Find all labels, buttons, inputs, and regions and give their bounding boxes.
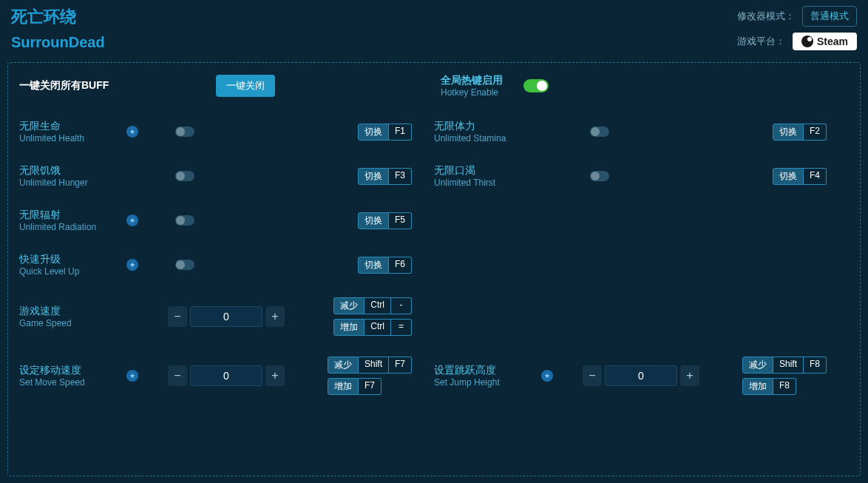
jumpheight-dec-hotkey[interactable]: 减少 Shift F8 [742,357,827,374]
gamespeed-label-cn: 游戏速度 [19,305,134,318]
movespeed-decrease-button[interactable]: − [168,365,187,386]
hunger-label-en: Unlimited Hunger [19,178,134,188]
steam-icon [801,36,813,47]
jumpheight-inc-hotkey[interactable]: 增加 F8 [742,378,827,395]
game-title-cn: 死亡环绕 [11,6,105,28]
movespeed-inc-hotkey[interactable]: 增加 F7 [328,378,412,395]
disable-all-button[interactable]: 一键关闭 [216,75,275,97]
game-title-en: SurrounDead [11,34,105,51]
gamespeed-value[interactable]: 0 [190,306,262,327]
hotkey-enable-cn: 全局热键启用 [441,74,503,87]
hotkey-enable-en: Hotkey Enable [441,87,503,98]
hunger-label-cn: 无限饥饿 [19,164,134,178]
platform-label: 游戏平台： [737,35,785,48]
health-label-en: Unlimited Health [19,133,134,143]
gamespeed-dec-hotkey[interactable]: 减少 Ctrl - [333,297,412,314]
hunger-hotkey[interactable]: 切换 F3 [358,168,412,185]
options-panel: 一键关闭所有BUFF 一键关闭 全局热键启用 Hotkey Enable 无限生… [7,62,861,476]
stamina-toggle[interactable] [590,126,609,137]
jumpheight-decrease-button[interactable]: − [583,365,602,386]
thirst-label-cn: 无限口渴 [434,164,549,178]
gamespeed-increase-button[interactable]: + [265,306,285,327]
jumpheight-value[interactable]: 0 [605,365,677,386]
jumpheight-increase-button[interactable]: + [680,365,699,386]
platform-value: Steam [817,36,848,47]
gamespeed-decrease-button[interactable]: − [168,306,187,327]
levelup-toggle[interactable] [175,260,194,270]
star-icon: ★ [126,370,138,382]
thirst-hotkey[interactable]: 切换 F4 [773,168,827,185]
movespeed-label-cn: 设定移动速度 [19,364,134,377]
movespeed-value[interactable]: 0 [190,365,262,386]
platform-steam-button[interactable]: Steam [793,33,857,50]
movespeed-label-en: Set Move Speed [19,377,134,388]
radiation-toggle[interactable] [175,215,194,226]
gamespeed-label-en: Game Speed [19,318,134,328]
star-icon: ★ [126,215,138,226]
health-toggle[interactable] [175,126,194,137]
mode-label: 修改器模式： [737,10,795,23]
thirst-toggle[interactable] [590,171,609,181]
thirst-label-en: Unlimited Thirst [434,178,549,188]
jumpheight-label-cn: 设置跳跃高度 [434,364,549,377]
star-icon: ★ [126,259,138,271]
levelup-label-en: Quick Level Up [19,266,134,277]
gamespeed-inc-hotkey[interactable]: 增加 Ctrl = [333,319,412,336]
stamina-label-en: Unlimited Stamina [434,133,549,143]
levelup-hotkey[interactable]: 切换 F6 [358,257,412,274]
movespeed-increase-button[interactable]: + [265,365,285,386]
hotkey-enable-toggle[interactable] [523,79,549,92]
stamina-label-cn: 无限体力 [434,120,549,133]
hunger-toggle[interactable] [175,171,194,181]
health-label-cn: 无限生命 [19,120,134,133]
mode-select-button[interactable]: 普通模式 [802,6,857,27]
disable-all-label: 一键关闭所有BUFF [19,79,109,92]
movespeed-dec-hotkey[interactable]: 减少 Shift F7 [328,357,412,374]
radiation-label-cn: 无限辐射 [19,209,134,222]
jumpheight-label-en: Set Jump Height [434,377,549,388]
star-icon: ★ [126,126,138,138]
levelup-label-cn: 快速升级 [19,253,134,266]
stamina-hotkey[interactable]: 切换 F2 [773,124,827,141]
radiation-hotkey[interactable]: 切换 F5 [358,212,412,229]
radiation-label-en: Unlimited Radiation [19,222,134,232]
health-hotkey[interactable]: 切换 F1 [358,124,412,141]
star-icon: ★ [541,370,553,382]
